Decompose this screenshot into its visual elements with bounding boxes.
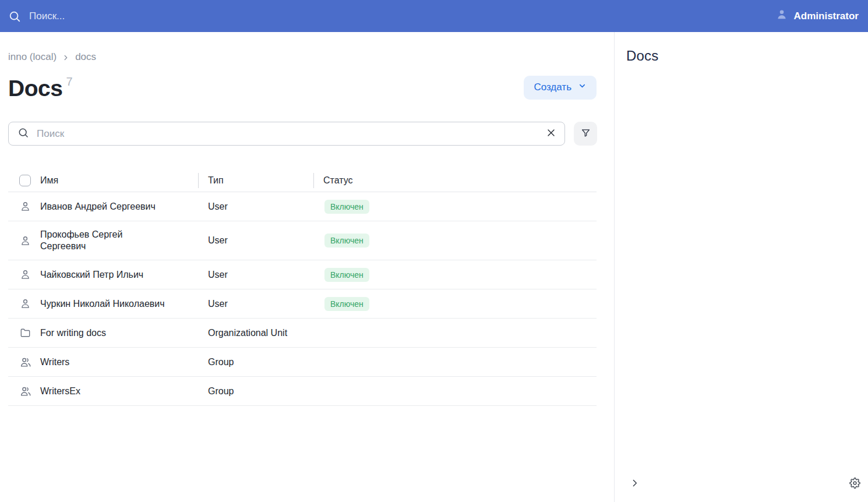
table-search[interactable] [8,122,565,146]
create-button[interactable]: Создать [524,76,597,100]
row-name: WritersEx [40,378,198,405]
filter-button[interactable] [574,122,597,146]
table-row[interactable]: For writing docs Organizational Unit [8,319,597,348]
table-row[interactable]: WritersEx Group [8,377,597,406]
status-badge: Включен [324,297,369,311]
settings-button[interactable] [849,478,860,490]
status-badge: Включен [324,268,369,282]
column-header-type[interactable]: Тип [198,175,313,186]
column-header-name[interactable]: Имя [40,175,198,186]
row-type: User [198,235,313,246]
item-count: 7 [66,75,72,88]
row-type: User [198,299,313,309]
table-header: Имя Тип Статус [8,169,597,192]
breadcrumb-item-root[interactable]: inno (local) [8,51,57,63]
row-type: Organizational Unit [198,328,313,338]
chevron-down-icon [578,82,587,93]
status-badge: Включен [324,234,369,248]
table-row[interactable]: Иванов Андрей Сергеевич User Включен [8,192,597,221]
group-icon [19,356,32,369]
close-icon [545,127,557,140]
row-type: Group [198,357,313,367]
page-title: Docs7 [8,76,72,100]
table-row[interactable]: Чуркин Николай Николаевич User Включен [8,289,597,319]
global-search[interactable] [8,10,775,23]
clear-search-button[interactable] [545,127,557,140]
table-row[interactable]: Чайковский Петр Ильич User Включен [8,260,597,289]
table-body: Иванов Андрей Сергеевич User Включен Про… [8,192,597,406]
row-name: Иванов Андрей Сергеевич [40,193,198,220]
search-icon [8,10,21,23]
breadcrumb-item-current[interactable]: docs [75,51,96,63]
row-name: Чуркин Николай Николаевич [40,291,198,317]
side-panel: Docs [615,32,868,502]
folder-icon [19,327,31,339]
row-name: For writing docs [40,320,198,347]
user-icon [19,298,31,310]
breadcrumb-chevron-icon [62,53,70,62]
table-search-input[interactable] [36,128,539,140]
row-name: Writers [40,349,198,376]
chevron-right-icon [630,478,640,490]
main-content: inno (local) docs Docs7 Создать [0,32,615,502]
select-all-checkbox[interactable] [19,175,31,186]
user-icon [19,200,31,213]
group-icon [19,385,32,398]
status-badge: Включен [324,200,369,214]
objects-table: Имя Тип Статус Иванов Андрей Сергеевич U… [8,169,597,406]
global-search-input[interactable] [28,10,261,23]
search-icon [17,127,29,141]
row-name: Чайковский Петр Ильич [40,261,198,288]
collapse-panel-button[interactable] [630,478,640,490]
gear-icon [849,478,860,490]
table-row[interactable]: Прокофьев Сергей Сергеевич User Включен [8,221,597,260]
user-menu[interactable]: Administrator [775,8,859,24]
topbar: Administrator [0,0,868,32]
user-name: Administrator [794,10,859,22]
row-type: Group [198,386,313,397]
side-panel-title: Docs [615,32,868,64]
filter-funnel-icon [580,128,591,140]
user-icon [19,235,31,247]
table-row[interactable]: Writers Group [8,348,597,377]
user-icon [19,268,31,281]
row-type: User [198,201,313,212]
user-avatar-icon [775,8,788,24]
column-header-status[interactable]: Статус [313,175,597,186]
row-type: User [198,270,313,280]
breadcrumb: inno (local) docs [8,51,597,63]
row-name: Прокофьев Сергей Сергеевич [40,221,198,260]
